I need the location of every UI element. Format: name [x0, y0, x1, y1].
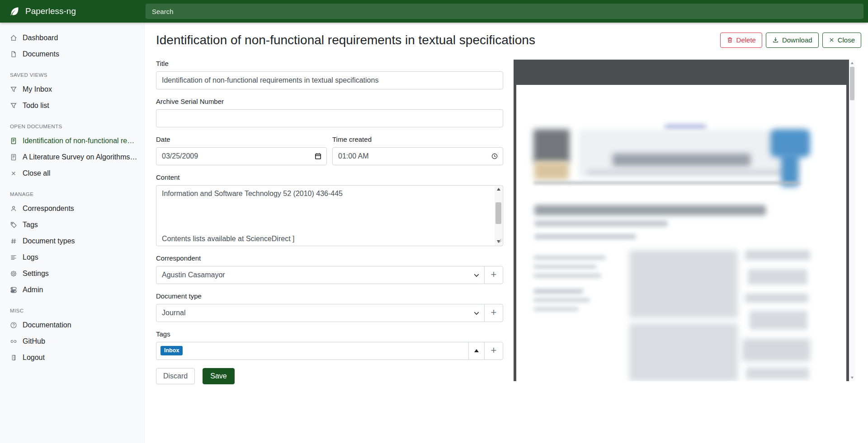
sidebar-item-admin[interactable]: Admin [0, 282, 144, 298]
clock-icon[interactable] [491, 153, 498, 160]
sidebar-section-manage: MANAGE [10, 191, 144, 197]
correspondent-label: Correspondent [156, 254, 503, 262]
sidebar-item-logout[interactable]: Logout [0, 350, 144, 366]
delete-button[interactable]: Delete [720, 33, 762, 48]
person-icon [10, 205, 17, 212]
pdf-viewer [514, 60, 855, 381]
chevron-down-icon [474, 271, 479, 279]
home-icon [10, 34, 17, 42]
tag-badge-inbox: Inbox [160, 346, 183, 355]
top-navbar: Paperless-ng [0, 0, 868, 23]
correspondent-select[interactable]: Agustin Casamayor [156, 266, 485, 284]
time-created-label: Time created [332, 135, 503, 143]
chevron-down-icon [474, 309, 479, 317]
global-search-input[interactable] [146, 4, 863, 19]
document-header: Identification of non-functional require… [145, 23, 868, 48]
file-text-icon [10, 154, 17, 161]
scroll-up-arrow-icon[interactable] [495, 186, 502, 193]
scrollbar-thumb[interactable] [495, 202, 501, 224]
hash-icon [10, 238, 17, 245]
document-type-label: Document type [156, 292, 503, 300]
content-textarea[interactable]: Information and Software Technology 52 (… [156, 185, 503, 246]
caret-up-icon [474, 349, 479, 352]
app-title: Paperless-ng [25, 6, 76, 16]
list-icon [10, 254, 17, 261]
document-edit-form: Title Archive Serial Number Date 03/25/2… [156, 60, 503, 384]
date-label: Date [156, 135, 327, 143]
calendar-icon[interactable] [314, 152, 322, 160]
tags-collapse-button[interactable] [468, 342, 485, 360]
content-label: Content [156, 173, 503, 181]
document-type-select[interactable]: Journal [156, 304, 485, 322]
sidebar-section-open-documents: OPEN DOCUMENTS [10, 124, 144, 129]
pdf-page-content-blurred [533, 85, 810, 381]
date-input[interactable]: 03/25/2009 [156, 147, 327, 165]
sidebar-item-github[interactable]: GitHub [0, 333, 144, 350]
sidebar-item-correspondents[interactable]: Correspondents [0, 201, 144, 217]
plus-icon: + [491, 345, 497, 355]
discard-button[interactable]: Discard [156, 368, 195, 384]
scroll-up-arrow-icon[interactable] [849, 60, 855, 66]
file-icon [10, 51, 17, 58]
close-icon [10, 170, 17, 177]
question-circle-icon [10, 322, 17, 329]
sidebar-section-saved-views: SAVED VIEWS [10, 72, 144, 78]
funnel-icon [10, 86, 17, 93]
app-brand[interactable]: Paperless-ng [0, 6, 145, 17]
download-button[interactable]: Download [766, 33, 819, 48]
resize-grip[interactable] [497, 237, 502, 245]
title-label: Title [156, 60, 503, 67]
archive-serial-number-input[interactable] [156, 109, 503, 127]
sidebar-item-settings[interactable]: Settings [0, 266, 144, 282]
sidebar-item-todo-list[interactable]: Todo list [0, 98, 144, 114]
file-text-icon [10, 137, 17, 145]
tag-icon [10, 221, 17, 228]
main-content: Identification of non-functional require… [145, 23, 868, 443]
archive-serial-number-label: Archive Serial Number [156, 98, 503, 105]
gear-icon [10, 270, 17, 277]
sidebar-open-document-2[interactable]: A Literature Survey on Algorithms for Mu… [0, 149, 144, 165]
page-title: Identification of non-functional require… [156, 33, 720, 47]
sidebar-item-documents[interactable]: Documents [0, 46, 144, 62]
pdf-scrollbar[interactable] [849, 60, 855, 381]
sidebar-item-tags[interactable]: Tags [0, 217, 144, 233]
title-input[interactable] [156, 71, 503, 89]
sidebar-item-document-types[interactable]: Document types [0, 233, 144, 249]
sidebar-item-close-all[interactable]: Close all [0, 165, 144, 182]
add-document-type-button[interactable]: + [484, 304, 503, 322]
document-preview-pane [514, 60, 855, 384]
add-correspondent-button[interactable]: + [484, 266, 503, 284]
toggles-icon [10, 286, 17, 294]
tags-input[interactable]: Inbox [156, 342, 469, 360]
download-icon [772, 37, 779, 43]
scrollbar-thumb[interactable] [850, 67, 854, 100]
close-button[interactable]: Close [822, 33, 861, 48]
close-icon [829, 37, 835, 43]
time-created-input[interactable]: 01:00 AM [332, 147, 503, 165]
paperless-leaf-logo-icon [9, 6, 20, 17]
funnel-icon [10, 102, 17, 109]
document-actions: Delete Download Close [720, 33, 861, 48]
add-tag-button[interactable]: + [484, 342, 503, 360]
sidebar-item-my-inbox[interactable]: My Inbox [0, 81, 144, 98]
pdf-page [516, 85, 846, 381]
trash-icon [726, 37, 733, 43]
link-icon [10, 338, 17, 345]
door-icon [10, 354, 17, 361]
sidebar-item-documentation[interactable]: Documentation [0, 317, 144, 333]
plus-icon: + [491, 270, 497, 280]
tags-label: Tags [156, 330, 503, 338]
sidebar-open-document-1[interactable]: Identification of non-functional require… [0, 133, 144, 149]
sidebar-item-logs[interactable]: Logs [0, 249, 144, 266]
scroll-down-arrow-icon[interactable] [849, 375, 855, 381]
sidebar-item-dashboard[interactable]: Dashboard [0, 30, 144, 46]
sidebar-section-misc: MISC [10, 308, 144, 313]
plus-icon: + [491, 308, 497, 317]
sidebar: Dashboard Documents SAVED VIEWS My Inbox… [0, 23, 145, 443]
pdf-toolbar [514, 60, 849, 85]
save-button[interactable]: Save [203, 368, 234, 384]
